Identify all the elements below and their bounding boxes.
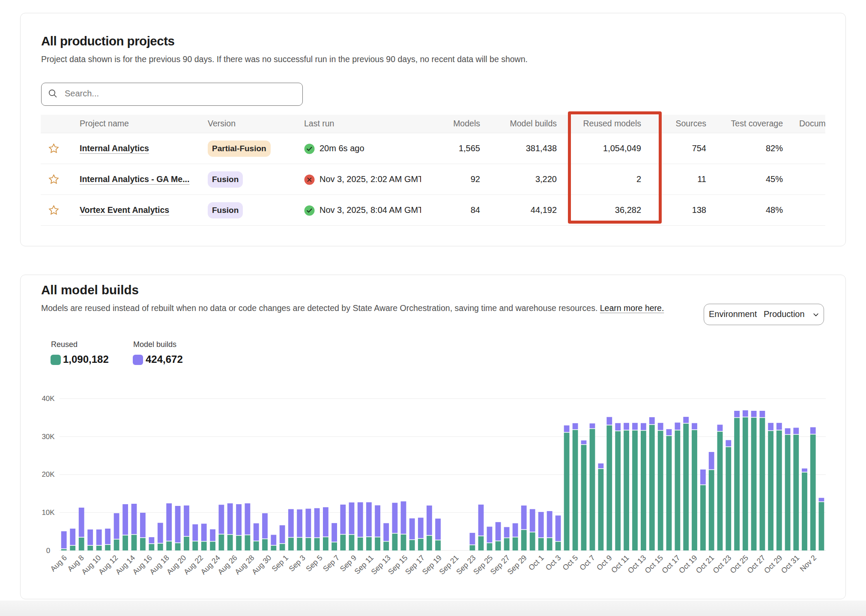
svg-text:Oct 17: Oct 17	[660, 553, 682, 575]
svg-text:Oct 31: Oct 31	[779, 553, 801, 575]
svg-text:Oct 29: Oct 29	[762, 553, 784, 575]
svg-text:Sep 5: Sep 5	[304, 553, 324, 573]
svg-text:Oct 1: Oct 1	[527, 553, 546, 572]
svg-text:Oct 5: Oct 5	[561, 553, 580, 572]
svg-text:40K: 40K	[42, 395, 55, 403]
svg-text:Oct 15: Oct 15	[643, 553, 665, 575]
svg-text:Oct 19: Oct 19	[677, 553, 699, 575]
svg-text:Sep 29: Sep 29	[505, 553, 528, 576]
svg-text:Oct 7: Oct 7	[578, 553, 597, 572]
svg-text:Oct 25: Oct 25	[728, 553, 750, 575]
svg-text:Oct 11: Oct 11	[609, 553, 631, 575]
svg-text:20K: 20K	[42, 470, 55, 478]
svg-text:Sep 3: Sep 3	[287, 553, 307, 573]
svg-text:Oct 27: Oct 27	[745, 553, 767, 575]
svg-text:Oct 13: Oct 13	[626, 553, 648, 575]
svg-text:Aug 6: Aug 6	[49, 553, 69, 573]
svg-text:Sep 7: Sep 7	[321, 553, 341, 573]
svg-text:Sep 1: Sep 1	[270, 553, 290, 573]
svg-text:0: 0	[46, 547, 50, 555]
svg-text:30K: 30K	[42, 433, 55, 441]
svg-text:10K: 10K	[42, 508, 55, 517]
svg-text:Oct 3: Oct 3	[544, 553, 563, 572]
svg-text:Nov 2: Nov 2	[798, 553, 818, 573]
svg-text:Aug 30: Aug 30	[250, 553, 273, 576]
svg-text:Oct 21: Oct 21	[694, 553, 716, 575]
svg-text:Oct 23: Oct 23	[711, 553, 733, 575]
